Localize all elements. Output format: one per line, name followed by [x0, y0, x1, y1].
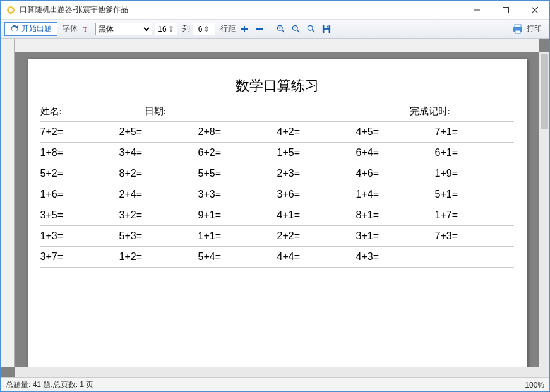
generate-button[interactable]: 开始出题 — [4, 22, 57, 36]
problem-cell: 6+1= — [435, 147, 514, 158]
zoom-fit-icon[interactable] — [305, 23, 318, 35]
svg-line-18 — [312, 30, 314, 32]
spacing-decrease-icon[interactable] — [253, 23, 266, 35]
problem-cell: 1+9= — [435, 168, 514, 179]
svg-rect-3 — [503, 7, 509, 13]
svg-line-11 — [282, 30, 284, 32]
svg-rect-21 — [325, 29, 329, 32]
font-label: 字体 — [63, 23, 78, 34]
problem-cell: 3+4= — [119, 147, 198, 158]
problem-cell: 2+3= — [277, 168, 356, 179]
problem-cell: 8+2= — [119, 168, 198, 179]
problem-row: 1+3=5+3=1+1=2+2=3+1=7+3= — [40, 226, 514, 247]
save-icon[interactable] — [320, 23, 333, 35]
problem-cell: 3+5= — [40, 210, 119, 221]
problem-cell: 3+3= — [198, 189, 277, 200]
problem-cell: 1+3= — [40, 230, 119, 242]
generate-label: 开始出题 — [21, 23, 52, 34]
problem-cell: 1+6= — [40, 189, 119, 200]
svg-text:T: T — [83, 25, 88, 32]
problem-cell: 4+3= — [356, 251, 435, 263]
problem-cell: 1+7= — [435, 210, 514, 221]
close-button[interactable] — [520, 1, 549, 19]
problem-cell: 4+2= — [277, 126, 356, 138]
date-label: 日期: — [145, 105, 410, 117]
app-window: 口算随机出题器-张震宇他爹作品 开始出题 字体 T 黑体 16⇕ 列 6⇕ 行距… — [0, 0, 550, 392]
window-controls — [462, 1, 549, 19]
problem-cell: 3+6= — [277, 189, 356, 200]
problem-cell: 1+2= — [119, 251, 198, 263]
problem-cell: 5+4= — [198, 251, 277, 263]
problem-row: 3+5=3+2=9+1=4+1=8+1=1+7= — [40, 205, 514, 226]
problem-cell: 7+1= — [435, 126, 514, 138]
problem-cell: 3+7= — [40, 251, 119, 263]
scrollbar-corner — [539, 367, 549, 377]
scrollbar-vertical[interactable] — [539, 52, 549, 367]
svg-rect-22 — [327, 25, 328, 27]
svg-point-1 — [9, 8, 13, 12]
print-button[interactable]: 打印 — [509, 22, 546, 36]
font-icon[interactable]: T — [80, 23, 93, 35]
printer-icon — [513, 24, 523, 34]
status-left: 总题量: 41 题,总页数: 1 页 — [6, 379, 93, 390]
problem-cell: 3+1= — [356, 230, 435, 242]
problem-cell: 8+1= — [356, 210, 435, 221]
refresh-icon — [10, 25, 19, 33]
minimize-button[interactable] — [462, 1, 491, 19]
svg-rect-23 — [515, 25, 521, 27]
ruler-corner — [1, 39, 15, 52]
spacing-label: 行距 — [220, 23, 236, 34]
problem-cell: 3+2= — [119, 210, 198, 221]
problem-cell: 7+2= — [40, 126, 119, 138]
title-bar: 口算随机出题器-张震宇他爹作品 — [1, 1, 549, 20]
toolbar: 开始出题 字体 T 黑体 16⇕ 列 6⇕ 行距 打印 — [1, 20, 549, 39]
scrollbar-horizontal[interactable] — [15, 367, 539, 377]
ruler-horizontal — [15, 39, 539, 52]
zoom-in-icon[interactable] — [275, 23, 287, 35]
ruler-vertical — [1, 52, 15, 367]
spacing-increase-icon[interactable] — [238, 23, 251, 35]
svg-point-17 — [308, 25, 313, 30]
problem-cell: 2+8= — [198, 126, 277, 138]
problem-cell: 5+1= — [435, 189, 514, 200]
problem-cell — [435, 251, 514, 263]
problem-cell: 4+5= — [356, 126, 435, 138]
problem-cell: 6+4= — [356, 147, 435, 158]
page-title: 数学口算练习 — [40, 76, 514, 95]
problem-cell: 2+5= — [119, 126, 198, 138]
problems-grid: 7+2=2+5=2+8=4+2=4+5=7+1=1+8=3+4=6+2=1+5=… — [40, 122, 514, 268]
problem-row: 7+2=2+5=2+8=4+2=4+5=7+1= — [40, 122, 514, 143]
columns-input[interactable]: 6⇕ — [193, 23, 215, 35]
problem-cell: 2+2= — [277, 230, 356, 242]
problem-cell: 7+3= — [435, 230, 514, 242]
zoom-out-icon[interactable] — [290, 23, 302, 35]
name-label: 姓名: — [40, 105, 145, 117]
app-icon — [6, 5, 16, 15]
problem-cell: 1+5= — [277, 147, 356, 158]
problem-row: 3+7=1+2=5+4=4+4=4+3= — [40, 247, 514, 268]
canvas[interactable]: 数学口算练习 姓名: 日期: 完成记时: 7+2=2+5=2+8=4+2=4+5… — [15, 52, 539, 367]
problem-cell: 5+3= — [119, 230, 198, 242]
header-row: 姓名: 日期: 完成记时: — [40, 103, 514, 122]
problem-row: 1+6=2+4=3+3=3+6=1+4=5+1= — [40, 184, 514, 205]
status-bar: 总题量: 41 题,总页数: 1 页 100% — [1, 377, 549, 391]
problem-cell: 2+4= — [119, 189, 198, 200]
print-label: 打印 — [527, 23, 542, 34]
maximize-button[interactable] — [491, 1, 520, 19]
problem-cell: 1+4= — [356, 189, 435, 200]
window-title: 口算随机出题器-张震宇他爹作品 — [20, 4, 462, 15]
font-size-input[interactable]: 16⇕ — [155, 23, 177, 35]
problem-cell: 1+1= — [198, 230, 277, 242]
status-zoom: 100% — [525, 381, 544, 389]
problem-cell: 5+2= — [40, 168, 119, 179]
font-select[interactable]: 黑体 — [95, 23, 152, 35]
problem-cell: 5+5= — [198, 168, 277, 179]
problem-cell: 9+1= — [198, 210, 277, 221]
problem-cell: 6+2= — [198, 147, 277, 158]
problem-row: 1+8=3+4=6+2=1+5=6+4=6+1= — [40, 143, 514, 163]
work-area: 数学口算练习 姓名: 日期: 完成记时: 7+2=2+5=2+8=4+2=4+5… — [1, 39, 549, 377]
page: 数学口算练习 姓名: 日期: 完成记时: 7+2=2+5=2+8=4+2=4+5… — [28, 59, 527, 367]
scrollbar-thumb[interactable] — [541, 54, 548, 129]
problem-cell: 4+6= — [356, 168, 435, 179]
svg-rect-25 — [515, 30, 520, 33]
